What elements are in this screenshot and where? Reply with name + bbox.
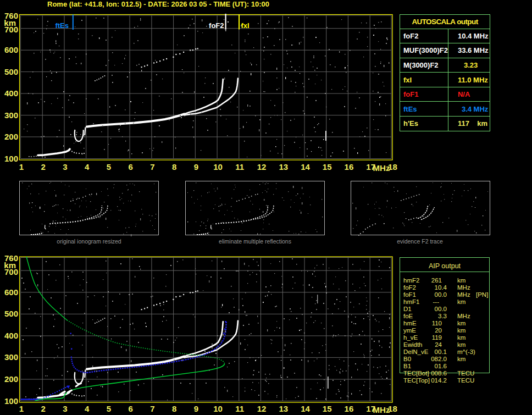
svg-text:3: 3 <box>63 404 67 413</box>
svg-text:7: 7 <box>150 404 154 413</box>
svg-text:700: 700 <box>4 25 18 34</box>
svg-text:13: 13 <box>279 162 288 171</box>
svg-text:15: 15 <box>323 162 332 171</box>
svg-text:fxI: fxI <box>241 21 250 30</box>
svg-text:14: 14 <box>301 162 310 171</box>
svg-text:16: 16 <box>345 162 354 171</box>
svg-text:400: 400 <box>4 88 18 98</box>
svg-text:4: 4 <box>85 162 90 171</box>
svg-text:300: 300 <box>4 110 18 120</box>
svg-text:10: 10 <box>213 404 223 413</box>
svg-text:MHz: MHz <box>373 163 390 173</box>
svg-text:8: 8 <box>172 162 176 171</box>
svg-text:200: 200 <box>4 132 18 141</box>
svg-text:700: 700 <box>4 267 18 276</box>
svg-text:100: 100 <box>4 154 18 163</box>
svg-text:ftEs: ftEs <box>55 21 69 30</box>
svg-text:10: 10 <box>213 162 223 171</box>
svg-text:13: 13 <box>279 404 288 413</box>
svg-text:14: 14 <box>301 404 310 413</box>
svg-text:12: 12 <box>257 404 267 413</box>
svg-text:6: 6 <box>128 162 132 171</box>
svg-text:11: 11 <box>235 162 244 171</box>
svg-text:5: 5 <box>107 404 111 413</box>
svg-text:1: 1 <box>19 404 24 413</box>
svg-text:3: 3 <box>63 162 67 171</box>
svg-text:12: 12 <box>257 162 267 171</box>
svg-text:1: 1 <box>19 162 24 171</box>
svg-text:MHz: MHz <box>373 405 390 414</box>
svg-text:6: 6 <box>128 404 132 413</box>
svg-text:11: 11 <box>235 404 244 413</box>
svg-text:600: 600 <box>4 45 18 54</box>
svg-text:15: 15 <box>323 404 332 413</box>
svg-text:9: 9 <box>194 404 198 413</box>
svg-text:7: 7 <box>150 162 154 171</box>
svg-text:100: 100 <box>4 396 18 406</box>
svg-text:8: 8 <box>172 404 176 413</box>
svg-text:9: 9 <box>194 162 198 171</box>
svg-text:2: 2 <box>41 162 46 171</box>
svg-text:5: 5 <box>107 162 111 171</box>
svg-text:2: 2 <box>41 404 46 413</box>
svg-text:4: 4 <box>85 404 90 413</box>
svg-text:500: 500 <box>4 67 18 76</box>
svg-text:foF2: foF2 <box>209 21 224 30</box>
svg-text:16: 16 <box>345 404 354 413</box>
